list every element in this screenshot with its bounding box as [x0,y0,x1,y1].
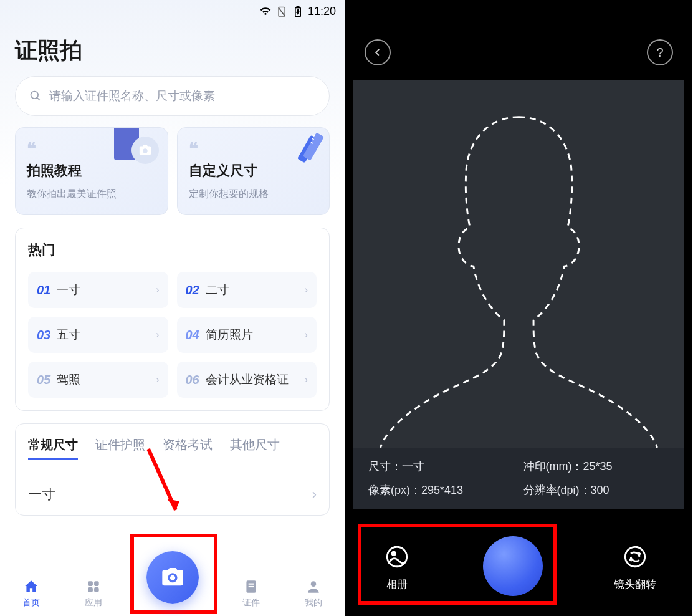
nav-label: 证件 [242,597,260,609]
hot-item[interactable]: 02二寸› [177,272,317,308]
hot-label: 驾照 [57,372,150,388]
nav-apps[interactable]: 应用 [85,579,102,609]
svg-point-13 [311,581,317,587]
nav-label: 我的 [305,597,322,609]
hot-label: 五寸 [57,327,150,343]
svg-rect-2 [297,6,299,7]
hot-label: 一寸 [57,282,150,298]
user-icon [305,579,322,595]
hot-section: 热门 01一寸› 02二寸› 03五寸› 04简历照片› 05驾照› 06会计从… [15,228,330,411]
flip-button[interactable]: 镜头翻转 [614,541,656,592]
svg-rect-8 [88,587,93,592]
spec-pixel: 像素(px)：295*413 [368,483,515,498]
question-icon: ? [656,46,663,60]
hot-label: 会计从业资格证 [206,372,299,388]
hot-grid: 01一寸› 02二寸› 03五寸› 04简历照片› 05驾照› 06会计从业资格… [28,272,317,398]
search-placeholder: 请输入证件照名称、尺寸或像素 [49,88,215,104]
tutorial-subtitle: 教你拍出最美证件照 [27,188,156,201]
svg-point-3 [31,92,39,99]
feature-cards: ❝ 拍照教程 教你拍出最美证件照 ❝ 自定义尺寸 定制你想要的规格 [15,127,330,215]
back-button[interactable] [365,39,391,65]
flip-icon [619,541,651,572]
hot-num: 05 [37,373,50,387]
hot-item[interactable]: 01一寸› [28,272,168,308]
hot-num: 03 [37,328,50,342]
svg-rect-7 [94,581,99,586]
tab-other[interactable]: 其他尺寸 [230,436,280,460]
hot-num: 04 [186,328,199,342]
chevron-right-icon: › [156,329,159,340]
annotation-arrow [137,443,187,530]
hot-label: 二寸 [206,282,299,298]
spec-size: 尺寸：一寸 [368,459,515,474]
svg-point-16 [625,547,645,567]
chevron-right-icon: › [305,329,308,340]
hot-item[interactable]: 06会计从业资格证› [177,362,317,398]
help-button[interactable]: ? [647,39,673,65]
chevron-right-icon: › [156,374,159,385]
search-icon [29,90,42,102]
hot-label: 简历照片 [206,327,299,343]
home-screen: 11:20 证照拍 请输入证件照名称、尺寸或像素 ❝ 拍照教程 教你拍出最美证件… [0,0,346,616]
camera-circle-icon [131,137,159,164]
svg-rect-9 [94,587,99,592]
spec-print: 冲印(mm)：25*35 [523,459,670,474]
tutorial-card[interactable]: ❝ 拍照教程 教你拍出最美证件照 [15,127,168,215]
camera-icon [160,565,185,590]
nav-home[interactable]: 首页 [22,579,40,609]
spec-bar: 尺寸：一寸 冲印(mm)：25*35 像素(px)：295*413 分辨率(dp… [353,448,684,509]
hot-item[interactable]: 05驾照› [28,362,168,398]
hot-item[interactable]: 04简历照片› [177,317,317,353]
flip-label: 镜头翻转 [614,577,656,592]
tab-regular[interactable]: 常规尺寸 [28,436,78,460]
chevron-right-icon: › [156,284,159,296]
status-bar: 11:20 [0,0,345,23]
tutorial-title: 拍照教程 [27,161,156,180]
hot-num: 02 [186,283,199,297]
app-title: 证照拍 [0,23,345,76]
sim-icon [275,6,288,18]
svg-rect-6 [88,581,93,586]
wifi-icon [259,6,272,18]
search-input[interactable]: 请输入证件照名称、尺寸或像素 [15,76,330,116]
document-icon [243,579,259,595]
battery-icon [292,6,304,18]
chevron-right-icon: › [312,486,317,503]
ruler-pen-icon [282,132,325,175]
size-label: 一寸 [28,485,55,504]
hot-num: 01 [37,283,50,297]
camera-fab-button[interactable] [146,551,199,604]
camera-viewfinder [353,80,684,448]
status-time: 11:20 [308,5,336,18]
nav-label: 首页 [22,597,40,609]
svg-rect-12 [248,585,254,587]
nav-docs[interactable]: 证件 [242,579,260,609]
spec-dpi: 分辨率(dpi)：300 [523,483,670,498]
nav-profile[interactable]: 我的 [305,579,322,609]
chevron-right-icon: › [305,284,308,296]
hot-num: 06 [186,373,199,387]
annotation-highlight [358,524,557,605]
hot-item[interactable]: 03五寸› [28,317,168,353]
camera-header: ? [346,0,692,74]
chevron-right-icon: › [305,374,308,385]
silhouette-guide [366,105,672,448]
chevron-left-icon [372,47,383,58]
home-icon [23,579,39,595]
nav-label: 应用 [85,597,102,609]
custom-size-card[interactable]: ❝ 自定义尺寸 定制你想要的规格 [177,127,330,215]
hot-title: 热门 [28,241,317,259]
custom-subtitle: 定制你想要的规格 [189,188,318,201]
svg-rect-11 [248,583,254,584]
grid-icon [85,579,102,595]
